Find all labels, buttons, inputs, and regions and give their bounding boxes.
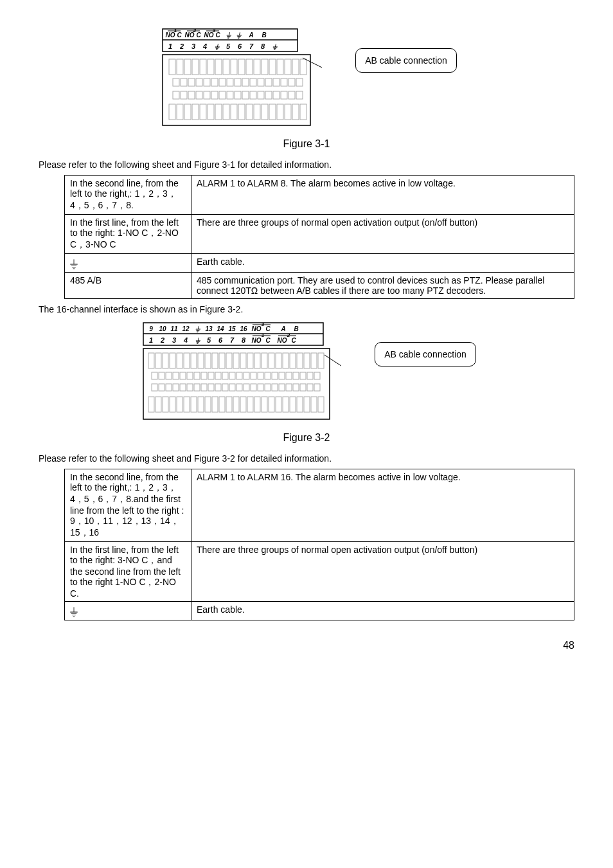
svg-rect-146 <box>226 353 232 368</box>
svg-rect-40 <box>254 59 260 75</box>
svg-rect-53 <box>219 78 226 86</box>
svg-rect-149 <box>247 353 253 368</box>
svg-rect-202 <box>279 384 285 391</box>
svg-rect-180 <box>293 372 299 379</box>
svg-rect-95 <box>277 104 283 120</box>
svg-rect-196 <box>236 384 242 391</box>
svg-rect-211 <box>170 397 175 412</box>
svg-rect-158 <box>311 353 317 368</box>
svg-rect-34 <box>208 59 214 75</box>
svg-rect-175 <box>258 372 263 379</box>
table-2: In the second line, from the left to the… <box>64 469 574 620</box>
svg-rect-136 <box>155 353 161 368</box>
table-cell: In the second line, from the left to the… <box>65 469 191 542</box>
svg-text:11: 11 <box>171 325 179 332</box>
svg-rect-201 <box>272 384 278 391</box>
svg-rect-170 <box>222 372 228 379</box>
svg-rect-151 <box>262 353 267 368</box>
svg-text:10: 10 <box>159 325 167 332</box>
figure-1-wrapper: NOC 1 NOC 2 NOC 3 ⏚ ⏚ A B 123 4⏚5 678 ⏚ <box>39 26 574 129</box>
svg-rect-145 <box>219 353 225 368</box>
svg-rect-69 <box>211 91 218 99</box>
svg-rect-163 <box>173 372 179 379</box>
table-cell: There are three groups of normal open ac… <box>191 542 574 602</box>
svg-rect-199 <box>258 384 263 391</box>
svg-rect-181 <box>300 372 306 379</box>
svg-rect-221 <box>240 397 246 412</box>
svg-rect-183 <box>314 372 320 379</box>
svg-rect-232 <box>318 397 324 412</box>
svg-rect-42 <box>269 59 276 75</box>
svg-rect-66 <box>188 91 195 99</box>
svg-rect-210 <box>163 397 168 412</box>
svg-rect-48 <box>181 78 187 86</box>
svg-rect-70 <box>219 91 226 99</box>
svg-rect-81 <box>169 104 175 120</box>
svg-rect-46 <box>300 59 306 75</box>
svg-rect-208 <box>148 397 154 412</box>
callout-text: AB cable connection <box>365 55 447 66</box>
svg-text:3: 3 <box>262 321 265 327</box>
svg-rect-60 <box>273 78 280 86</box>
ground-icon: ⏚ <box>70 604 78 618</box>
svg-rect-76 <box>265 91 272 99</box>
svg-rect-188 <box>180 384 186 391</box>
table-cell: There are three groups of normal open ac… <box>191 215 574 254</box>
svg-rect-92 <box>254 104 260 120</box>
table-cell: ⏚ <box>65 254 191 273</box>
svg-rect-205 <box>300 384 306 391</box>
svg-rect-36 <box>223 59 229 75</box>
svg-rect-225 <box>269 397 274 412</box>
table-row: In the second line, from the left to the… <box>65 176 574 215</box>
svg-rect-143 <box>205 353 211 368</box>
svg-rect-198 <box>251 384 256 391</box>
svg-rect-219 <box>226 397 232 412</box>
svg-text:6: 6 <box>238 42 242 50</box>
svg-text:⏚: ⏚ <box>195 336 201 345</box>
svg-text:4: 4 <box>202 42 207 50</box>
svg-rect-68 <box>204 91 210 99</box>
svg-rect-54 <box>227 78 233 86</box>
svg-text:C: C <box>292 337 297 344</box>
svg-rect-217 <box>212 397 218 412</box>
svg-rect-173 <box>244 372 249 379</box>
table-cell: ALARM 1 to ALARM 8. The alarm becomes ac… <box>191 176 574 215</box>
svg-rect-231 <box>311 397 317 412</box>
svg-rect-168 <box>208 372 214 379</box>
svg-rect-179 <box>286 372 292 379</box>
svg-rect-140 <box>184 353 190 368</box>
svg-text:B: B <box>262 32 267 39</box>
svg-rect-74 <box>250 91 256 99</box>
svg-rect-171 <box>229 372 235 379</box>
svg-rect-230 <box>304 397 310 412</box>
svg-rect-167 <box>201 372 207 379</box>
svg-text:1: 1 <box>168 42 172 50</box>
svg-rect-227 <box>283 397 289 412</box>
svg-rect-229 <box>297 397 303 412</box>
ground-icon: ⏚ <box>70 256 78 270</box>
svg-rect-49 <box>188 78 195 86</box>
svg-text:5: 5 <box>226 42 231 50</box>
svg-rect-63 <box>296 78 303 86</box>
intro-text-1: Please refer to the following sheet and … <box>39 159 574 170</box>
svg-rect-29 <box>169 59 175 75</box>
svg-rect-71 <box>227 91 233 99</box>
svg-text:6: 6 <box>218 336 223 344</box>
callout-text: AB cable connection <box>384 349 466 359</box>
svg-rect-193 <box>215 384 221 391</box>
svg-rect-37 <box>231 59 237 75</box>
svg-rect-153 <box>276 353 281 368</box>
svg-rect-139 <box>177 353 182 368</box>
table-row: In the first line, from the left to the … <box>65 215 574 254</box>
svg-rect-41 <box>262 59 268 75</box>
svg-rect-169 <box>215 372 221 379</box>
svg-rect-83 <box>184 104 191 120</box>
svg-rect-62 <box>289 78 295 86</box>
svg-rect-148 <box>240 353 246 368</box>
svg-text:3: 3 <box>213 28 216 33</box>
figure-1-diagram: NOC 1 NOC 2 NOC 3 ⏚ ⏚ A B 123 4⏚5 678 ⏚ <box>156 26 323 129</box>
svg-rect-204 <box>293 384 299 391</box>
svg-text:7: 7 <box>249 42 254 50</box>
table-cell: In the first line, from the left to the … <box>65 215 191 254</box>
svg-text:1: 1 <box>262 332 265 338</box>
